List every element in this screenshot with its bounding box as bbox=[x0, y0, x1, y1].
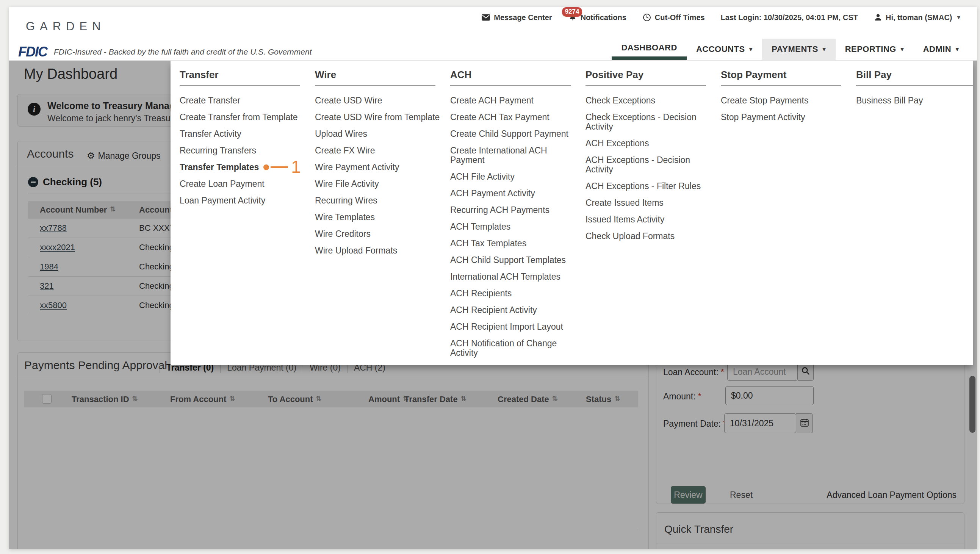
menu-column-bill-pay: Bill PayBusiness Bill Pay bbox=[856, 69, 973, 365]
menu-item[interactable]: Wire Creditors bbox=[315, 229, 445, 239]
menu-item[interactable]: Create Stop Payments bbox=[721, 96, 851, 105]
menu-item[interactable]: Wire File Activity bbox=[315, 179, 445, 189]
menu-item[interactable]: Create Child Support Payment bbox=[450, 129, 581, 138]
menu-item[interactable]: Recurring Wires bbox=[315, 196, 445, 205]
menu-item[interactable]: Create International ACH Payment bbox=[450, 146, 581, 165]
annotation-line bbox=[270, 166, 288, 168]
menu-column-ach: ACHCreate ACH PaymentCreate ACH Tax Paym… bbox=[450, 69, 581, 365]
annotation-dot bbox=[263, 164, 269, 170]
nav-item-label: ADMIN bbox=[923, 45, 951, 54]
nav-item-label: ACCOUNTS bbox=[696, 45, 745, 54]
menu-item[interactable]: Create Transfer bbox=[180, 96, 310, 105]
menu-item[interactable]: Create ACH Tax Payment bbox=[450, 113, 581, 122]
menu-column-title: Stop Payment bbox=[721, 69, 841, 86]
menu-item[interactable]: ACH Templates bbox=[450, 222, 581, 231]
chevron-down-icon: ▼ bbox=[957, 15, 960, 20]
fdic-banner: FDIC FDIC-Insured - Backed by the full f… bbox=[18, 44, 312, 60]
menu-item[interactable]: ACH Payment Activity bbox=[450, 189, 581, 198]
menu-item[interactable]: International ACH Templates bbox=[450, 272, 581, 282]
nav-item-label: PAYMENTS bbox=[772, 45, 818, 54]
menu-item[interactable]: ACH Notification of Change Activity bbox=[450, 339, 581, 358]
menu-item[interactable]: ACH Recipient Import Layout bbox=[450, 322, 581, 331]
menu-item[interactable]: Upload Wires bbox=[315, 129, 445, 138]
notifications-badge: 9274 bbox=[562, 7, 582, 17]
menu-item[interactable]: Check Exceptions bbox=[585, 96, 716, 105]
menu-item[interactable]: Create Issued Items bbox=[585, 198, 716, 208]
menu-item[interactable]: Create ACH Payment bbox=[450, 96, 581, 105]
menu-item[interactable]: Issued Items Activity bbox=[585, 215, 716, 224]
menu-item[interactable]: Recurring ACH Payments bbox=[450, 205, 581, 215]
nav-item[interactable]: ADMIN bbox=[914, 39, 969, 60]
message-center-label: Message Center bbox=[494, 13, 552, 22]
nav-item[interactable]: PAYMENTS bbox=[762, 39, 835, 60]
menu-item[interactable]: ACH Exceptions - Decision Activity bbox=[585, 155, 716, 174]
envelope-icon bbox=[481, 13, 490, 22]
menu-item[interactable]: Wire Upload Formats bbox=[315, 246, 445, 255]
last-login-label: Last Login: 10/30/2025, 04:01 PM, CST bbox=[721, 13, 858, 22]
menu-item[interactable]: Create USD Wire from Template bbox=[315, 113, 445, 122]
menu-column-stop-payment: Stop PaymentCreate Stop PaymentsStop Pay… bbox=[721, 69, 851, 365]
menu-item[interactable]: ACH File Activity bbox=[450, 172, 581, 181]
person-icon bbox=[874, 13, 882, 22]
menu-item[interactable]: Business Bill Pay bbox=[856, 96, 973, 105]
payments-menu-columns: TransferCreate TransferCreate Transfer f… bbox=[180, 69, 973, 365]
message-center-link[interactable]: Message Center bbox=[481, 13, 552, 22]
content-area: My Dashboard i Welcome to Treasury Manag… bbox=[9, 60, 977, 549]
user-menu[interactable]: Hi, ttoman (SMAC) ▼ bbox=[874, 13, 960, 22]
clock-icon bbox=[642, 13, 651, 22]
menu-column-title: Wire bbox=[315, 69, 436, 86]
menu-item[interactable]: Check Upload Formats bbox=[585, 231, 716, 241]
notifications-label: Notifications bbox=[581, 13, 627, 22]
nav-item[interactable]: ACCOUNTS bbox=[687, 39, 762, 60]
notifications-link[interactable]: 9274 Notifications bbox=[568, 13, 627, 22]
menu-item[interactable]: ACH Recipients bbox=[450, 289, 581, 298]
payments-mega-menu: TransferCreate TransferCreate Transfer f… bbox=[170, 60, 973, 365]
menu-column-positive-pay: Positive PayCheck ExceptionsCheck Except… bbox=[585, 69, 716, 365]
cutoff-times-link[interactable]: Cut-Off Times bbox=[642, 13, 705, 22]
menu-item[interactable]: Create FX Wire bbox=[315, 146, 445, 155]
menu-column-title: Bill Pay bbox=[856, 69, 973, 86]
menu-column-title: Positive Pay bbox=[585, 69, 706, 86]
user-label: Hi, ttoman (SMAC) bbox=[886, 13, 952, 22]
menu-item[interactable]: Stop Payment Activity bbox=[721, 113, 851, 122]
scrollbar-thumb[interactable] bbox=[969, 376, 975, 433]
brand-logo: GARDEN bbox=[26, 20, 106, 33]
fdic-logo: FDIC bbox=[18, 44, 47, 60]
menu-item[interactable]: ACH Exceptions bbox=[585, 138, 716, 148]
menu-item[interactable]: ACH Exceptions - Filter Rules bbox=[585, 181, 716, 191]
nav-item-label: REPORTING bbox=[845, 45, 896, 54]
menu-item[interactable]: Wire Payment Activity bbox=[315, 162, 445, 172]
annotation-step-marker: 1 bbox=[263, 164, 301, 170]
menu-item[interactable]: Recurring Transfers bbox=[180, 146, 310, 155]
menu-item[interactable]: Check Exceptions - Decision Activity bbox=[585, 113, 716, 132]
menu-column-wire: WireCreate USD WireCreate USD Wire from … bbox=[315, 69, 445, 365]
utility-bar: Message Center 9274 Notifications Cut-Of… bbox=[481, 13, 960, 22]
menu-item[interactable]: ACH Child Support Templates bbox=[450, 255, 581, 265]
fdic-text: FDIC-Insured - Backed by the full faith … bbox=[54, 47, 312, 56]
nav-item[interactable]: REPORTING bbox=[835, 39, 914, 60]
last-login: Last Login: 10/30/2025, 04:01 PM, CST bbox=[721, 13, 858, 22]
nav-item-label: DASHBOARD bbox=[621, 43, 677, 53]
menu-column-title: ACH bbox=[450, 69, 571, 86]
menu-item[interactable]: Create USD Wire bbox=[315, 96, 445, 105]
menu-item[interactable]: Create Transfer from Template bbox=[180, 113, 310, 122]
nav-item[interactable]: DASHBOARD bbox=[612, 39, 687, 60]
menu-column-title: Transfer bbox=[180, 69, 300, 86]
cutoff-times-label: Cut-Off Times bbox=[655, 13, 705, 22]
menu-item[interactable]: ACH Tax Templates bbox=[450, 239, 581, 248]
menu-item[interactable]: Transfer Templates1 bbox=[180, 162, 310, 172]
menu-column-transfer: TransferCreate TransferCreate Transfer f… bbox=[180, 69, 310, 365]
menu-item[interactable]: Loan Payment Activity bbox=[180, 196, 310, 205]
menu-item[interactable]: Create Loan Payment bbox=[180, 179, 310, 189]
menu-item[interactable]: Wire Templates bbox=[315, 213, 445, 222]
menu-item[interactable]: ACH Recipient Activity bbox=[450, 306, 581, 315]
menu-item[interactable]: Transfer Activity bbox=[180, 129, 310, 138]
main-nav: DASHBOARD ACCOUNTS PAYMENTS REPORTING AD… bbox=[612, 39, 969, 60]
